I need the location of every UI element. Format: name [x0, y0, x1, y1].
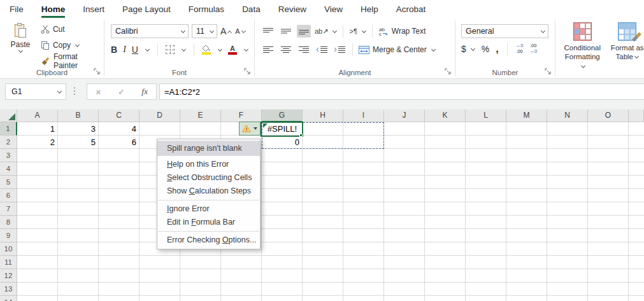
- accounting-format-button[interactable]: $: [461, 44, 475, 54]
- tab-acrobat[interactable]: Acrobat: [396, 0, 426, 18]
- column-header-C[interactable]: C: [99, 109, 140, 122]
- tab-data[interactable]: Data: [242, 0, 261, 18]
- borders-icon[interactable]: [166, 45, 175, 54]
- fill-handle[interactable]: [299, 134, 303, 137]
- orientation-button[interactable]: ab↗: [315, 27, 337, 36]
- format-as-table-button[interactable]: Format as Table: [608, 22, 644, 78]
- column-header-F[interactable]: F: [221, 109, 262, 122]
- format-painter-button[interactable]: Format Painter: [41, 55, 104, 67]
- column-header-L[interactable]: L: [466, 109, 506, 122]
- column-header-O[interactable]: O: [588, 109, 629, 122]
- row-header-1[interactable]: 1: [0, 122, 17, 136]
- row-header-4[interactable]: 4: [0, 162, 17, 176]
- cell-B1[interactable]: 3: [58, 122, 99, 136]
- cell-B2[interactable]: 5: [58, 136, 99, 149]
- tab-help[interactable]: Help: [361, 0, 378, 18]
- comma-style-button[interactable]: ,: [496, 43, 498, 55]
- align-top-icon[interactable]: [261, 25, 275, 38]
- increase-font-size-button[interactable]: A: [220, 26, 232, 36]
- cell-A2[interactable]: 2: [17, 136, 58, 149]
- column-header-G[interactable]: G: [262, 109, 303, 122]
- copy-button[interactable]: Copy: [41, 39, 104, 51]
- tab-review[interactable]: Review: [278, 0, 306, 18]
- formula-input[interactable]: =A1:C2*2: [159, 83, 644, 100]
- cell-C1[interactable]: 4: [99, 122, 140, 136]
- underline-button[interactable]: U: [132, 45, 138, 55]
- row-header-3[interactable]: 3: [0, 149, 17, 162]
- bold-button[interactable]: B: [111, 45, 117, 55]
- text-direction-button[interactable]: >¶: [349, 27, 366, 35]
- cell-C2[interactable]: 6: [99, 136, 140, 149]
- row-header-2[interactable]: 2: [0, 136, 17, 149]
- row-header-13[interactable]: 13: [0, 283, 17, 296]
- tab-view[interactable]: View: [324, 0, 343, 18]
- menu-item-select-obstructing-cells[interactable]: Select Obstructing Cells: [157, 171, 260, 185]
- underline-dropdown-icon[interactable]: [145, 46, 150, 51]
- worksheet-grid[interactable]: ABCDEFGHIJKLMNO 1234567891011121314 1342…: [0, 109, 644, 301]
- conditional-formatting-button[interactable]: Conditional Formatting: [563, 22, 602, 78]
- column-header-K[interactable]: K: [425, 109, 466, 122]
- font-dialog-launcher-icon[interactable]: [244, 68, 252, 76]
- increase-indent-icon[interactable]: [333, 43, 347, 56]
- menu-item-show-calculation-steps[interactable]: Show Calculation Steps: [157, 185, 260, 198]
- font-color-icon[interactable]: A: [228, 45, 237, 55]
- enter-icon[interactable]: ✓: [118, 87, 125, 97]
- percent-style-button[interactable]: %: [482, 44, 489, 54]
- borders-dropdown-icon[interactable]: [182, 46, 186, 51]
- insert-function-icon[interactable]: fx: [141, 87, 148, 97]
- row-header-11[interactable]: 11: [0, 256, 17, 269]
- copy-dropdown-icon[interactable]: [75, 42, 80, 46]
- decrease-decimal-button[interactable]: .00 →0: [529, 43, 537, 54]
- increase-decimal-button[interactable]: ←0 .00: [516, 43, 524, 54]
- select-all-button[interactable]: [0, 109, 17, 122]
- row-header-10[interactable]: 10: [0, 242, 17, 256]
- wrap-text-button[interactable]: ab c Wrap Text: [378, 27, 426, 36]
- cell-A1[interactable]: 1: [17, 122, 58, 136]
- menu-item-error-checking-options[interactable]: Error Checking Options...: [157, 234, 260, 247]
- menu-item-ignore-error[interactable]: Ignore Error: [157, 202, 260, 216]
- tab-file[interactable]: File: [10, 0, 24, 18]
- name-box-dropdown-icon[interactable]: [57, 88, 62, 93]
- cancel-icon[interactable]: ×: [96, 87, 101, 97]
- menu-item-help-on-this-error[interactable]: Help on this Error: [157, 158, 260, 171]
- tab-page-layout[interactable]: Page Layout: [122, 0, 171, 18]
- formula-bar-grip[interactable]: [74, 87, 75, 95]
- number-dialog-launcher-icon[interactable]: [545, 68, 552, 76]
- column-header-H[interactable]: H: [303, 109, 343, 122]
- menu-item-edit-in-formula-bar[interactable]: Edit in Formula Bar: [157, 216, 260, 229]
- align-center-icon[interactable]: [279, 43, 293, 56]
- column-header-partial[interactable]: [629, 109, 644, 122]
- decrease-indent-icon[interactable]: [315, 43, 329, 56]
- column-header-N[interactable]: N: [547, 109, 588, 122]
- align-bottom-icon[interactable]: [297, 25, 311, 38]
- paste-dropdown-icon[interactable]: [18, 48, 23, 53]
- align-right-icon[interactable]: [297, 43, 311, 56]
- fill-color-dropdown-icon[interactable]: [218, 46, 222, 51]
- font-name-select[interactable]: Calibri: [111, 24, 189, 38]
- cut-button[interactable]: Cut: [41, 24, 104, 35]
- column-header-I[interactable]: I: [343, 109, 384, 122]
- align-left-icon[interactable]: [261, 43, 275, 56]
- column-header-E[interactable]: E: [180, 109, 221, 122]
- row-header-12[interactable]: 12: [0, 269, 17, 283]
- name-box[interactable]: G1: [5, 83, 66, 100]
- align-middle-icon[interactable]: [279, 25, 293, 38]
- tab-insert[interactable]: Insert: [83, 0, 104, 18]
- column-header-D[interactable]: D: [140, 109, 180, 122]
- tab-formulas[interactable]: Formulas: [189, 0, 224, 18]
- row-header-8[interactable]: 8: [0, 216, 17, 229]
- fill-color-icon[interactable]: [202, 45, 211, 55]
- clipboard-dialog-launcher-icon[interactable]: [94, 68, 101, 76]
- row-header-7[interactable]: 7: [0, 202, 17, 216]
- italic-button[interactable]: I: [123, 45, 126, 55]
- alignment-dialog-launcher-icon[interactable]: [445, 68, 452, 76]
- row-header-6[interactable]: 6: [0, 189, 17, 202]
- row-header-14[interactable]: 14: [0, 296, 17, 301]
- number-format-select[interactable]: General: [461, 24, 548, 38]
- column-header-M[interactable]: M: [506, 109, 547, 122]
- font-color-dropdown-icon[interactable]: [244, 46, 248, 51]
- font-size-select[interactable]: 11: [192, 24, 217, 38]
- error-options-button[interactable]: !: [239, 122, 261, 136]
- column-header-A[interactable]: A: [17, 109, 58, 122]
- column-header-B[interactable]: B: [58, 109, 99, 122]
